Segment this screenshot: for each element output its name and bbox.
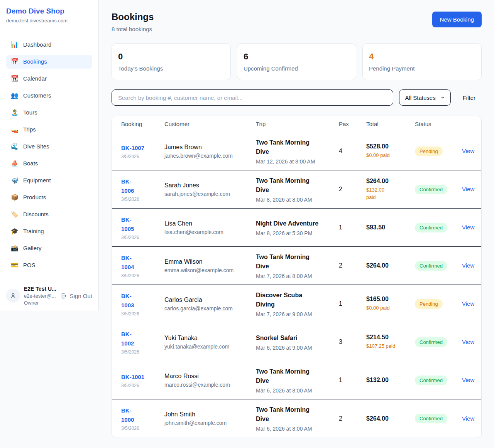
trip-name: Two Tank Morning Dive [256, 253, 334, 271]
trip-datetime: Mar 7, 2026 at 9:00 AM [256, 311, 334, 317]
user-email: e2e-tester@... [24, 293, 57, 299]
customer-email: marco.rossi@example.com [164, 382, 251, 388]
trip-name: Two Tank Morning Dive [256, 367, 334, 386]
booking-date: 3/5/2026 [121, 197, 160, 202]
sidebar-item-gallery[interactable]: 📸 Gallery [6, 241, 92, 255]
column-header-pax: Pax [339, 121, 366, 127]
booking-id-link[interactable]: BK- 1003 [121, 291, 134, 310]
bar-chart-icon: 📊 [11, 41, 19, 49]
view-link[interactable]: View [462, 415, 474, 422]
bookings-table: Booking Customer Trip Pax Total Status B… [112, 116, 482, 438]
view-link[interactable]: View [462, 186, 474, 192]
sidebar-item-label: Training [23, 227, 44, 235]
stat-label: Today's Bookings [118, 65, 224, 72]
sign-out-label: Sign Out [70, 293, 92, 299]
view-link[interactable]: View [462, 224, 474, 231]
column-header-status: Status [415, 121, 462, 127]
sidebar-item-boats[interactable]: ⛵ Boats [6, 157, 92, 170]
stats-row: 0 Today's Bookings 6 Upcoming Confirmed … [112, 43, 482, 80]
people-icon: 👥 [11, 92, 19, 99]
user-role: Owner [24, 300, 57, 306]
stat-value: 4 [369, 52, 475, 62]
stat-card-pending-payment: 4 Pending Payment [362, 43, 482, 80]
sidebar-item-training[interactable]: 🎓 Training [6, 224, 92, 238]
sidebar-item-products[interactable]: 📦 Products [6, 190, 92, 204]
booking-id-link[interactable]: BK- 1002 [121, 330, 134, 348]
trip-name: Two Tank Morning Dive [256, 405, 334, 424]
trip-name: Night Dive Adventure [256, 219, 334, 228]
main-content: Bookings 8 total bookings New Booking 0 … [99, 0, 494, 448]
sign-out-button[interactable]: Sign Out [61, 293, 92, 299]
filter-button[interactable]: Filter [457, 94, 482, 101]
camera-icon: 📸 [11, 244, 19, 252]
sidebar-item-bookings[interactable]: 📅 Bookings [6, 55, 92, 69]
view-link[interactable]: View [462, 262, 474, 269]
booking-id-link[interactable]: BK- 1006 [121, 177, 134, 195]
view-link[interactable]: View [462, 300, 474, 307]
sidebar-item-dive-sites[interactable]: 🌊 Dive Sites [6, 140, 92, 153]
sidebar-item-equipment[interactable]: 🤿 Equipment [6, 173, 92, 187]
page-subtitle: 8 total bookings [112, 26, 154, 32]
paid-amount: $132.00 paid [366, 187, 410, 201]
sidebar-item-label: Discounts [23, 211, 49, 218]
sidebar-item-tours[interactable]: 🏝️ Tours [6, 106, 92, 120]
table-row: BK- 1005 3/5/2026 Lisa Chen lisa.chen@ex… [112, 209, 481, 247]
total-amount: $264.00 [366, 262, 410, 269]
tag-icon: 🏷️ [11, 211, 19, 218]
stat-value: 0 [118, 52, 224, 62]
diving-mask-icon: 🤿 [11, 177, 19, 184]
search-input[interactable] [112, 89, 393, 106]
view-link[interactable]: View [462, 148, 474, 154]
booking-date: 3/5/2026 [121, 154, 160, 159]
booking-id-link[interactable]: BK- 1004 [121, 253, 134, 272]
person-icon [10, 292, 17, 299]
pax-count: 1 [339, 377, 366, 384]
sidebar-item-customers[interactable]: 👥 Customers [6, 89, 92, 103]
shop-name: Demo Dive Shop [6, 7, 92, 15]
pax-count: 1 [339, 224, 366, 231]
table-row: BK- 1002 3/5/2026 Yuki Tanaka yuki.tanak… [112, 323, 481, 361]
sidebar-item-dashboard[interactable]: 📊 Dashboard [6, 38, 92, 52]
view-link[interactable]: View [462, 377, 474, 383]
table-row: BK-1007 3/5/2026 James Brown james.brown… [112, 132, 481, 170]
booking-date: 3/5/2026 [121, 383, 160, 388]
sidebar-item-pos[interactable]: 💳 POS [6, 258, 92, 272]
booking-id-link[interactable]: BK- 1005 [121, 215, 134, 234]
new-booking-button[interactable]: New Booking [432, 12, 482, 27]
table-row: BK- 1003 3/5/2026 Carlos Garcia carlos.g… [112, 285, 481, 323]
view-link[interactable]: View [462, 339, 474, 345]
pax-count: 3 [339, 339, 366, 345]
package-icon: 📦 [11, 194, 19, 201]
customer-name: John Smith [164, 411, 251, 418]
pax-count: 4 [339, 148, 366, 155]
column-header-booking: Booking [121, 121, 164, 127]
trip-datetime: Mar 6, 2026 at 8:00 AM [256, 426, 334, 432]
trip-datetime: Mar 6, 2026 at 8:00 AM [256, 387, 334, 394]
total-amount: $165.00 [366, 296, 410, 303]
sidebar-item-calendar[interactable]: 📆 Calendar [6, 72, 92, 86]
pax-count: 2 [339, 186, 366, 193]
graduation-cap-icon: 🎓 [11, 227, 19, 235]
sidebar-item-label: Trips [23, 126, 36, 133]
trip-name: Two Tank Morning Dive [256, 138, 334, 157]
pax-count: 1 [339, 300, 366, 307]
sidebar-item-label: Equipment [23, 177, 51, 184]
sidebar-item-label: Products [23, 194, 46, 201]
user-info: E2E Test U... e2e-tester@... Owner [24, 286, 57, 306]
sidebar-item-label: Boats [23, 160, 38, 167]
total-amount: $93.50 [366, 224, 410, 231]
sidebar-item-trips[interactable]: 🚤 Trips [6, 123, 92, 136]
booking-id-link[interactable]: BK-1001 [121, 372, 144, 382]
page-header: Bookings 8 total bookings New Booking [112, 12, 482, 32]
customer-name: Emma Wilson [164, 258, 251, 265]
pax-count: 2 [339, 262, 366, 269]
status-badge: Confirmed [415, 376, 447, 385]
customer-email: carlos.garcia@example.com [164, 305, 251, 312]
avatar [6, 289, 20, 303]
booking-id-link[interactable]: BK- 1000 [121, 406, 134, 424]
booking-id-link[interactable]: BK-1007 [121, 143, 144, 153]
customer-email: yuki.tanaka@example.com [164, 344, 251, 350]
booking-date: 3/5/2026 [121, 349, 160, 355]
sidebar-item-discounts[interactable]: 🏷️ Discounts [6, 207, 92, 221]
status-filter-select[interactable]: All Statuses [399, 89, 450, 106]
